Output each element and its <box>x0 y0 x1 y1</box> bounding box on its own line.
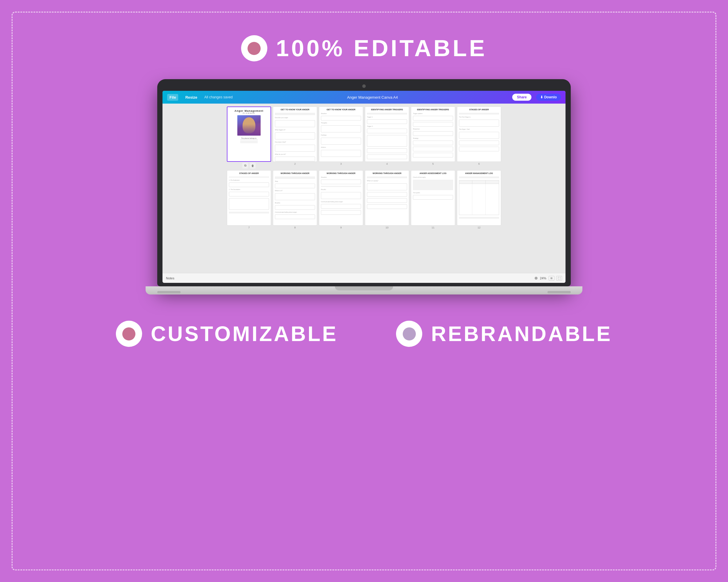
page-col-12: ANGER MANAGEMENT LOG <box>457 170 501 229</box>
ws-9-text <box>321 186 361 187</box>
ws-12-table-body <box>459 184 499 215</box>
cover-overlay <box>237 124 261 136</box>
ws-6-box3 <box>459 141 499 145</box>
page-card-8[interactable]: WORKING THROUGH ANGER Stop: Where is it?… <box>273 170 317 225</box>
ws-2-text <box>275 113 315 115</box>
ws-4-title: IDENTIFYING ANGER TRIGGERS <box>367 109 407 111</box>
page-card-6[interactable]: STAGES OF ANGER The First Stage is: The … <box>457 107 501 162</box>
page-col-7: STAGES OF ANGER 1. Pre Explosion: 2. The… <box>227 170 271 229</box>
saved-status: All changes saved <box>204 95 233 99</box>
page-col-4: IDENTIFYING ANGER TRIGGERS Trigger 1: Tr… <box>365 107 409 168</box>
page-card-2[interactable]: GET TO KNOW YOUR ANGER Describe your ang… <box>273 107 317 162</box>
ws-5-label1: Trigger pattern: <box>413 113 453 114</box>
page-card-1[interactable]: Anger Management PLANNER This planner be… <box>227 107 271 162</box>
ws-3-box3 <box>321 138 361 145</box>
ws-11-box1 <box>413 195 453 200</box>
ws-7-text2 <box>229 212 269 213</box>
page-7-num: 7 <box>248 226 250 229</box>
ws-5-label2: Response: <box>413 128 453 130</box>
laptop-screen: File Resize All changes saved Anger Mana… <box>162 91 566 283</box>
top-badge: 100% EDITABLE <box>241 35 487 62</box>
ws-12-text <box>459 177 499 178</box>
ws-3-box1 <box>321 116 361 120</box>
cover-line-2 <box>240 141 258 141</box>
ws-10-box1 <box>367 183 407 190</box>
delete-icon[interactable]: 🗑 <box>250 163 256 168</box>
page-card-3[interactable]: GET TO KNOW YOUR ANGER Situation: Though… <box>319 107 363 162</box>
page-col-5: IDENTIFYING ANGER TRIGGERS Trigger patte… <box>411 107 455 168</box>
ws-7-title: STAGES OF ANGER <box>229 172 269 175</box>
page-card-4[interactable]: IDENTIFYING ANGER TRIGGERS Trigger 1: Tr… <box>365 107 409 162</box>
ws-10: WORKING THROUGH ANGER What is it saying? <box>365 170 409 211</box>
ws-12-text2 <box>459 217 499 219</box>
bottom-icons: ⊞ ⛶ <box>549 276 562 280</box>
ws-3-box4 <box>321 150 361 157</box>
download-label: Downlo <box>544 95 557 99</box>
ws-8-comm: Communicate feeling about anger: <box>275 211 315 213</box>
page-card-12[interactable]: ANGER MANAGEMENT LOG <box>457 170 501 225</box>
ws-9-comm: Communicate feeling about anger: <box>321 201 361 202</box>
ws-7-box2 <box>229 192 269 196</box>
page-card-10[interactable]: WORKING THROUGH ANGER What is it saying? <box>365 170 409 225</box>
page-1-actions: ⧉ 🗑 <box>242 163 256 168</box>
ws-10-what: What is it saying? <box>367 180 407 182</box>
ws-11-text <box>413 180 453 190</box>
page-card-7[interactable]: STAGES OF ANGER 1. Pre Explosion: 2. The… <box>227 170 271 225</box>
ws-12-table-header <box>459 181 499 184</box>
ws-9-box3 <box>321 204 361 209</box>
ws-5-label3: Strategy: <box>413 137 453 139</box>
page-card-9[interactable]: WORKING THROUGH ANGER Situation: Results… <box>319 170 363 225</box>
ws-8: WORKING THROUGH ANGER Stop: Where is it?… <box>273 170 317 221</box>
cover-belongs: This planner belongs to: <box>241 137 257 139</box>
ws-8-box2 <box>275 193 315 200</box>
file-button[interactable]: File <box>167 94 178 101</box>
customizable-label: CUSTOMIZABLE <box>151 322 338 346</box>
share-button[interactable]: Share <box>512 94 531 101</box>
ws-6-box2 <box>459 132 499 139</box>
customizable-icon-inner <box>122 327 135 340</box>
copy-icon[interactable]: ⧉ <box>242 163 248 168</box>
ws-11-check: Check all that apply: <box>413 176 453 178</box>
ws-7-label1: 1. Pre Explosion: <box>229 179 269 181</box>
zoom-pct: 24% <box>540 276 546 280</box>
ws-3: GET TO KNOW YOUR ANGER Situation: Though… <box>319 107 363 159</box>
page-col-2: GET TO KNOW YOUR ANGER Describe your ang… <box>273 107 317 168</box>
ws-9-box2 <box>321 192 361 199</box>
laptop-base <box>146 286 582 295</box>
ws-5-title: IDENTIFYING ANGER TRIGGERS <box>413 109 453 111</box>
ws-11: ANGER ASSESSMENT LOG Check all that appl… <box>411 170 455 202</box>
page-col-10: WORKING THROUGH ANGER What is it saying? <box>365 170 409 229</box>
notes-label: Notes <box>166 276 175 280</box>
ws-8-box1 <box>275 184 315 188</box>
ws-4-box2 <box>367 129 407 133</box>
download-button[interactable]: ⬇ Downlo <box>536 94 561 101</box>
canvas-area: Anger Management PLANNER This planner be… <box>162 104 566 273</box>
grid-icon[interactable]: ⊞ <box>549 276 554 280</box>
fullscreen-icon[interactable]: ⛶ <box>556 276 562 280</box>
ws-8-title: WORKING THROUGH ANGER <box>275 172 315 175</box>
laptop-foot-left <box>157 291 181 293</box>
cover-subtitle: PLANNER <box>243 112 255 114</box>
ws-5-box2 <box>413 122 453 127</box>
cover-title: Anger Management <box>234 109 263 112</box>
ws-9-situation: Situation: <box>321 176 361 178</box>
ws-10-title: WORKING THROUGH ANGER <box>367 172 407 175</box>
page-card-5[interactable]: IDENTIFYING ANGER TRIGGERS Trigger patte… <box>411 107 455 162</box>
ws-12: ANGER MANAGEMENT LOG <box>457 170 501 221</box>
page-3-num: 3 <box>340 162 342 165</box>
ws-7-box1 <box>229 183 269 187</box>
page-9-num: 9 <box>340 226 342 229</box>
grid-icon-glyph: ⊞ <box>550 277 553 280</box>
ws-3-title: GET TO KNOW YOUR ANGER <box>321 109 361 111</box>
ws-10-box3 <box>367 198 407 203</box>
ws-8-box3 <box>275 205 315 210</box>
resize-button[interactable]: Resize <box>183 94 200 101</box>
ws-5-box3 <box>413 131 453 136</box>
customizable-badge: CUSTOMIZABLE <box>116 321 338 347</box>
page-6-num: 6 <box>478 162 479 165</box>
ws-9-title: WORKING THROUGH ANGER <box>321 172 361 175</box>
page-card-11[interactable]: ANGER ASSESSMENT LOG Check all that appl… <box>411 170 455 225</box>
page-col-3: GET TO KNOW YOUR ANGER Situation: Though… <box>319 107 363 168</box>
pages-row-1: Anger Management PLANNER This planner be… <box>164 107 564 168</box>
ws-5-box1 <box>413 116 453 120</box>
